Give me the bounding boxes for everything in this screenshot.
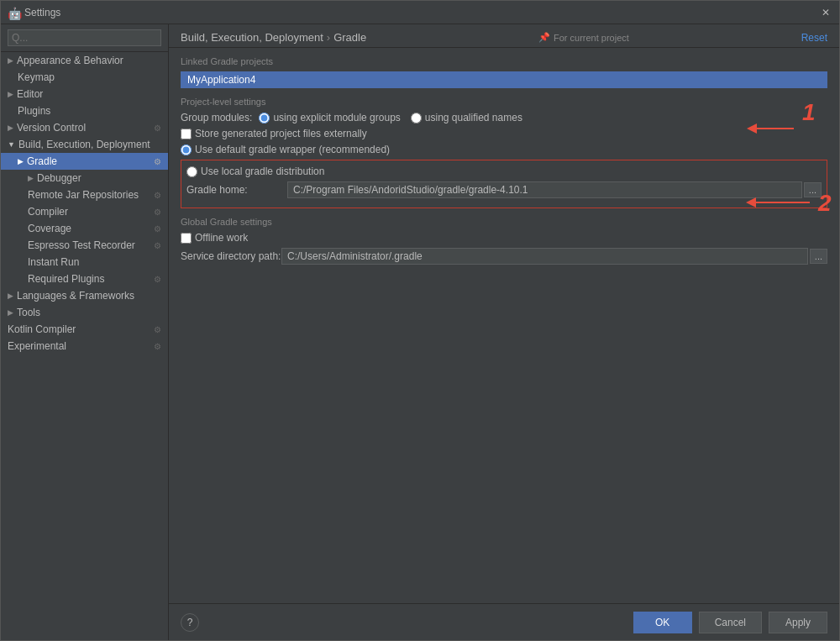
service-dir-browse-button[interactable]: ... [810,249,827,264]
sidebar-item-label: Languages & Frameworks [17,290,134,302]
for-current-label: For current project [554,33,629,43]
use-default-wrapper-label[interactable]: Use default gradle wrapper (recommended) [181,144,390,155]
sidebar-item-required-plugins[interactable]: Required Plugins ⚙ [1,271,168,287]
sidebar-item-label: Required Plugins [28,273,104,285]
store-generated-checkbox[interactable] [181,129,192,139]
gradle-home-input[interactable] [287,181,802,198]
sidebar-item-tools[interactable]: ▶ Tools [1,304,168,321]
expand-arrow-icon: ▶ [8,292,13,300]
sidebar-item-coverage[interactable]: Coverage ⚙ [1,220,168,237]
service-dir-row: Service directory path: ... [181,248,827,265]
ok-button[interactable]: OK [633,612,692,633]
gradle-home-label: Gradle home: [186,184,287,196]
service-dir-input[interactable] [281,248,808,265]
annotation-arrow-1: 1 [743,103,839,154]
use-local-gradle-label[interactable]: Use local gradle distribution [186,166,324,177]
sidebar-item-keymap[interactable]: Keymap [1,69,168,86]
help-button[interactable]: ? [181,613,199,632]
close-button[interactable]: ✕ [819,6,832,19]
settings-window: 🤖 Settings ✕ ▶ Appearance & Behavior Key… [0,0,840,641]
sidebar-item-experimental[interactable]: Experimental ⚙ [1,338,168,355]
expand-arrow-icon: ▶ [18,157,24,166]
svg-text:1: 1 [802,99,816,125]
sidebar-item-label: Instant Run [28,256,79,268]
sidebar-item-label: Gradle [27,155,57,167]
settings-icon: ⚙ [154,241,161,250]
breadcrumb-part1: Build, Execution, Deployment [181,31,323,44]
sidebar-item-languages[interactable]: ▶ Languages & Frameworks [1,287,168,304]
offline-work-checkbox[interactable] [181,233,192,244]
settings-icon: ⚙ [154,275,161,284]
sidebar-item-gradle[interactable]: ▶ Gradle ⚙ [1,153,168,170]
radio-explicit-label[interactable]: using explicit module groups [259,112,400,123]
pin-icon: 📌 [538,32,550,43]
radio-qualified[interactable] [411,113,422,123]
for-current-project: 📌 For current project [538,32,629,43]
radio-local-gradle[interactable] [186,166,197,177]
apply-button[interactable]: Apply [769,612,827,633]
sidebar-item-label: Tools [17,307,40,318]
use-default-wrapper-row: Use default gradle wrapper (recommended) [181,144,827,155]
highlighted-section: Use local gradle distribution Gradle hom… [181,160,827,208]
gradle-home-row: Gradle home: ... [186,181,822,198]
group-modules-label: Group modules: [181,112,252,123]
search-input[interactable] [8,29,161,46]
sidebar-item-label: Compiler [28,206,68,218]
sidebar-item-espresso[interactable]: Espresso Test Recorder ⚙ [1,237,168,254]
radio-default-wrapper[interactable] [181,144,192,155]
sidebar-item-version-control[interactable]: ▶ Version Control ⚙ [1,119,168,136]
linked-projects-list: MyApplication4 [181,71,827,88]
linked-project-item[interactable]: MyApplication4 [181,71,827,88]
settings-icon: ⚙ [154,191,161,200]
sidebar-item-debugger[interactable]: ▶ Debugger [1,170,168,187]
sidebar: ▶ Appearance & Behavior Keymap ▶ Editor … [1,24,169,640]
sidebar-item-plugins[interactable]: Plugins [1,102,168,119]
store-generated-label[interactable]: Store generated project files externally [181,128,367,139]
settings-icon: ⚙ [154,208,161,217]
service-dir-label: Service directory path: [181,250,281,262]
project-settings-title: Project-level settings [181,97,827,107]
sidebar-item-editor[interactable]: ▶ Editor [1,86,168,102]
store-generated-row: Store generated project files externally [181,128,827,139]
settings-icon: ⚙ [154,123,161,133]
search-box [1,24,168,52]
android-studio-icon: 🤖 [8,7,19,18]
offline-work-row: Offline work [181,232,827,244]
expand-arrow-icon: ▼ [8,140,15,149]
expand-arrow-icon: ▶ [28,174,34,182]
sidebar-item-label: Debugger [37,172,81,184]
sidebar-item-appearance[interactable]: ▶ Appearance & Behavior [1,52,168,69]
sidebar-item-label: Coverage [28,223,71,234]
bottom-bar: ? OK Cancel Apply [169,603,839,640]
sidebar-item-instant-run[interactable]: Instant Run [1,254,168,271]
settings-icon: ⚙ [154,157,161,166]
sidebar-item-label: Espresso Test Recorder [28,239,135,251]
settings-icon: ⚙ [154,342,161,351]
settings-icon: ⚙ [154,224,161,234]
window-title: Settings [24,7,60,18]
breadcrumb-current: Gradle [333,31,366,44]
sidebar-item-kotlin-compiler[interactable]: Kotlin Compiler ⚙ [1,321,168,338]
reset-link[interactable]: Reset [801,32,827,44]
sidebar-item-label: Keymap [18,71,55,83]
expand-arrow-icon: ▶ [8,308,13,317]
offline-work-label[interactable]: Offline work [181,232,248,244]
sidebar-item-label: Appearance & Behavior [17,55,123,66]
radio-qualified-label[interactable]: using qualified names [411,112,522,123]
main-content: ▶ Appearance & Behavior Keymap ▶ Editor … [1,24,839,640]
sidebar-item-label: Remote Jar Repositories [28,189,139,201]
service-dir-input-wrapper: ... [281,248,827,265]
content-body: Linked Gradle projects MyApplication4 Pr… [169,48,839,603]
sidebar-item-remote-jar[interactable]: Remote Jar Repositories ⚙ [1,187,168,203]
linked-projects-section-title: Linked Gradle projects [181,56,827,66]
cancel-button[interactable]: Cancel [699,612,762,633]
sidebar-item-build-execution[interactable]: ▼ Build, Execution, Deployment [1,136,168,153]
sidebar-item-compiler[interactable]: Compiler ⚙ [1,203,168,220]
svg-text:2: 2 [817,190,832,216]
radio-explicit[interactable] [259,113,270,123]
global-gradle-title: Global Gradle settings [181,217,827,227]
expand-arrow-icon: ▶ [8,90,13,98]
sidebar-item-label: Editor [17,88,43,100]
breadcrumb: Build, Execution, Deployment › Gradle [181,31,366,44]
breadcrumb-separator: › [327,31,330,44]
